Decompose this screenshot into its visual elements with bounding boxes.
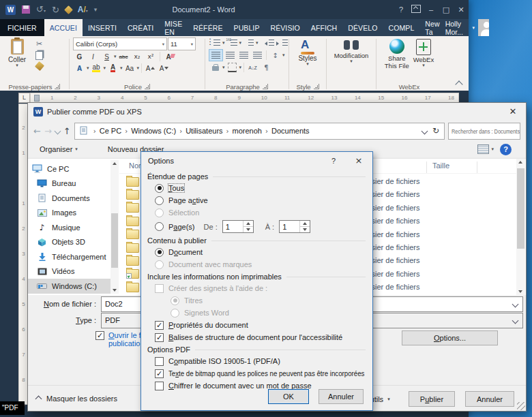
radio-all[interactable] [155, 184, 164, 193]
paste-button[interactable]: Coller ▾ [1, 37, 33, 67]
italic-button[interactable]: I [87, 51, 100, 62]
maximize-button[interactable]: □ [439, 5, 454, 14]
grow-font-button[interactable]: A [144, 63, 157, 74]
underline-button[interactable]: S [100, 51, 113, 62]
sidebar-item-documents[interactable]: Documents [28, 191, 110, 206]
publish-button[interactable]: Publier [409, 391, 455, 407]
close-button[interactable]: ✕ [454, 5, 469, 14]
refresh-icon[interactable]: ↻ [432, 127, 439, 135]
resize-grip[interactable] [517, 402, 525, 410]
help-button[interactable]: ? [394, 5, 409, 14]
style-pen-icon[interactable]: A/▾ [78, 5, 88, 14]
tab-publipostage[interactable]: PUBLIP [228, 19, 265, 36]
breadcrumb-item[interactable]: Utilisateurs [186, 127, 222, 135]
sidebar-item-telechargement[interactable]: Téléchargement [28, 249, 110, 264]
minimize-button[interactable]: – [424, 5, 439, 14]
sidebar-item-windows-c[interactable]: Windows (C:) [28, 279, 110, 294]
dialog-launcher-icon[interactable] [145, 84, 150, 89]
share-this-file-button[interactable]: Share This File [385, 37, 409, 82]
change-case-button[interactable]: Aa [123, 63, 136, 74]
copy-icon[interactable] [35, 51, 43, 60]
sidebar-item-objets-3d[interactable]: Objets 3D [28, 235, 110, 250]
shading-button[interactable] [209, 62, 222, 73]
file-name-dropdown-icon[interactable] [512, 300, 519, 307]
options-close-icon[interactable]: × [345, 155, 372, 166]
scrollbar-thumb[interactable] [517, 168, 524, 249]
tab-affichage[interactable]: AFFICH [306, 19, 343, 36]
tab-stop-selector[interactable]: L [18, 93, 30, 103]
tab-references[interactable]: RÉFÉRE [188, 19, 228, 36]
undo-icon[interactable]: ↺▾ [36, 5, 46, 15]
checkbox-iso[interactable] [155, 357, 164, 366]
forward-icon[interactable]: → [44, 127, 52, 136]
dialog-launcher-icon[interactable] [314, 84, 319, 89]
justify-button[interactable] [251, 50, 264, 61]
highlight-button[interactable]: ab [90, 63, 103, 74]
open-after-checkbox[interactable] [95, 331, 104, 340]
checkbox-encrypt[interactable] [155, 382, 164, 390]
line-spacing-button[interactable]: ↕ [269, 50, 282, 61]
align-right-button[interactable] [237, 50, 250, 61]
spin-down-icon[interactable] [300, 227, 310, 232]
spin-up-icon[interactable] [300, 221, 310, 227]
from-spinner[interactable]: 1 [222, 220, 254, 233]
scrollbar-thumb[interactable] [111, 213, 118, 268]
sidebar-scrollbar[interactable] [110, 160, 119, 294]
address-dropdown-icon[interactable] [421, 127, 428, 134]
avatar[interactable] [478, 19, 490, 36]
multilevel-list-button[interactable] [242, 37, 255, 48]
tab-revision[interactable]: RÉVISIO [265, 19, 305, 36]
tab-complements[interactable]: COMPL [383, 19, 420, 36]
search-box[interactable]: Rechercher dans : Documents [448, 123, 520, 140]
file-type-dropdown-icon[interactable] [512, 317, 519, 324]
scroll-up-icon[interactable] [113, 162, 117, 165]
subscript-button[interactable]: x₂ [131, 51, 144, 62]
superscript-button[interactable]: x² [145, 51, 158, 62]
checkbox-row-properties[interactable]: Propriétés du document [155, 320, 366, 330]
bold-button[interactable]: G [73, 51, 86, 62]
sidebar-item-images[interactable]: Images [28, 206, 110, 221]
radio-document[interactable] [155, 248, 164, 257]
up-icon[interactable]: ↑ [63, 127, 71, 136]
indent-marker-icon[interactable] [34, 95, 40, 102]
align-center-button[interactable] [224, 50, 237, 61]
breadcrumb-item[interactable]: morenoh [233, 127, 262, 135]
sort-button[interactable]: A↓Z [246, 62, 259, 73]
recent-locations-icon[interactable] [54, 127, 61, 134]
dialog-launcher-icon[interactable] [55, 84, 60, 89]
checkbox-tags[interactable] [155, 333, 164, 342]
collapse-ribbon-icon[interactable] [455, 80, 462, 88]
dialog-launcher-icon[interactable] [263, 84, 268, 89]
options-help-icon[interactable]: ? [322, 157, 345, 165]
open-after-publish[interactable]: Ouvrir le fi publicatio [95, 331, 143, 348]
redo-icon[interactable]: ↻ [52, 5, 59, 14]
ribbon-display-button[interactable] [409, 5, 424, 14]
tab-mise-en-page[interactable]: MISE EN [159, 19, 188, 36]
help-icon[interactable]: ? [500, 144, 512, 155]
view-options-button[interactable]: ▾ [477, 144, 494, 154]
options-cancel-button[interactable]: Annuler [319, 389, 364, 404]
account-area[interactable]: Holly Mor... ▾ [445, 19, 490, 36]
font-size-combo[interactable]: 11▾ [168, 37, 196, 50]
clear-formatting-button[interactable]: A [162, 51, 175, 62]
checkbox-row-bitmap[interactable]: Texte de bitmap quand les polices ne peu… [155, 369, 366, 378]
tab-fichier[interactable]: FICHIER [0, 19, 44, 36]
radio-current-page[interactable] [155, 196, 164, 205]
breadcrumb-item[interactable]: Ce PC [100, 127, 121, 135]
qat-customize-icon[interactable]: ▾ [94, 5, 98, 14]
scroll-up-icon[interactable] [518, 161, 522, 164]
checkbox-properties[interactable] [155, 321, 164, 330]
breadcrumb-item[interactable]: Documents [271, 127, 310, 135]
styles-button[interactable]: A Styles ▾ [298, 37, 316, 82]
decrease-indent-button[interactable] [263, 37, 276, 48]
bullets-button[interactable] [209, 37, 222, 48]
checkbox-row-iso[interactable]: Compatible ISO 19005-1 (PDF/A) [155, 356, 366, 366]
checkbox-row-tags[interactable]: Balises de structure de document pour l'… [155, 333, 366, 342]
align-left-button[interactable] [209, 49, 223, 61]
hide-folders-button[interactable]: Masquer les dossiers [36, 395, 117, 403]
text-effects-button[interactable]: A [73, 63, 86, 74]
column-header-size[interactable]: Taille [432, 161, 449, 170]
sidebar-item-videos[interactable]: Vidéos [28, 264, 110, 279]
cancel-button[interactable]: Annuler [465, 391, 514, 407]
publish-dialog-close-icon[interactable]: ✕ [500, 103, 526, 121]
